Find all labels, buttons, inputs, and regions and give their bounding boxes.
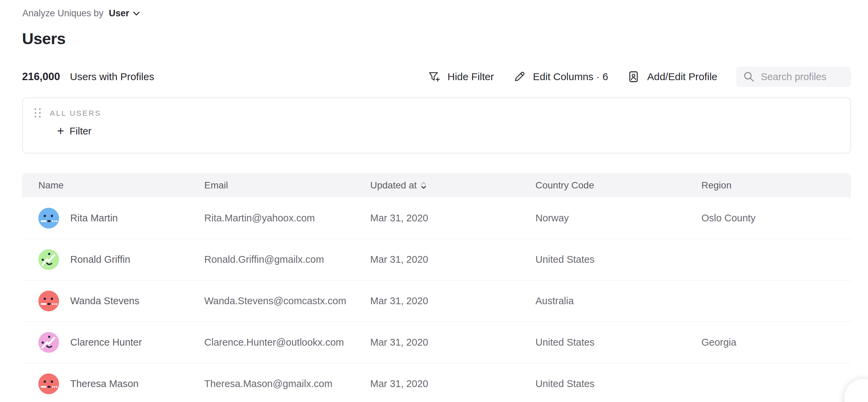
user-region: Georgia	[701, 337, 851, 348]
search-box[interactable]	[736, 67, 851, 87]
column-header-name[interactable]: Name	[22, 180, 204, 191]
name-cell: Theresa Mason	[22, 373, 204, 394]
analyze-uniques-value: User	[109, 8, 129, 19]
add-edit-profile-button[interactable]: Add/Edit Profile	[627, 70, 717, 83]
user-country: United States	[535, 254, 701, 265]
user-email: Clarence.Hunter@outlookx.com	[204, 337, 370, 348]
user-avatar-icon	[38, 249, 59, 270]
name-cell: Rita Martin	[22, 208, 204, 229]
user-email: Rita.Martin@yahoox.com	[204, 213, 370, 224]
profiles-count: 216,000	[22, 71, 60, 83]
search-icon	[743, 71, 755, 83]
user-email: Theresa.Mason@gmailx.com	[204, 378, 370, 389]
column-header-updated-at[interactable]: Updated at	[370, 180, 535, 191]
user-name: Theresa Mason	[70, 378, 139, 389]
plus-icon: +	[57, 125, 64, 137]
name-cell: Wanda Stevens	[22, 291, 204, 311]
drag-handle-icon[interactable]	[35, 108, 41, 118]
user-country: United States	[535, 337, 701, 348]
page-title: Users	[22, 29, 65, 48]
funnel-plus-icon	[428, 70, 440, 83]
table-row[interactable]: Rita Martin Rita.Martin@yahoox.com Mar 3…	[22, 197, 851, 239]
user-updated-at: Mar 31, 2020	[370, 254, 535, 265]
chevron-down-icon	[133, 11, 140, 16]
user-avatar-icon	[38, 373, 59, 394]
add-filter-label: Filter	[70, 126, 91, 137]
add-filter-button[interactable]: + Filter	[57, 125, 91, 137]
table-row[interactable]: Theresa Mason Theresa.Mason@gmailx.com M…	[22, 363, 851, 402]
sort-icon[interactable]	[421, 182, 427, 189]
edit-columns-label: Edit Columns · 6	[533, 71, 608, 83]
user-name: Clarence Hunter	[70, 337, 142, 348]
toolbar: Hide Filter Edit Columns · 6 Add/Edit Pr…	[428, 67, 851, 87]
name-cell: Clarence Hunter	[22, 332, 204, 353]
table-body: Rita Martin Rita.Martin@yahoox.com Mar 3…	[22, 197, 851, 402]
analyze-uniques-row: Analyze Uniques by User	[22, 8, 140, 19]
search-profiles-input[interactable]	[761, 71, 844, 83]
user-name: Wanda Stevens	[70, 295, 139, 307]
user-email: Wanda.Stevens@comcastx.com	[204, 295, 370, 307]
column-header-region[interactable]: Region	[701, 180, 851, 191]
users-table: Name Email Updated at Country Code Regio…	[22, 173, 851, 402]
user-updated-at: Mar 31, 2020	[370, 295, 535, 307]
table-row[interactable]: Ronald Griffin Ronald.Griffin@gmailx.com…	[22, 239, 851, 280]
name-cell: Ronald Griffin	[22, 249, 204, 270]
add-edit-profile-label: Add/Edit Profile	[647, 71, 717, 83]
user-updated-at: Mar 31, 2020	[370, 213, 535, 224]
users-page: Analyze Uniques by User Users 216,000 Us…	[0, 0, 868, 402]
user-name: Ronald Griffin	[70, 254, 130, 265]
user-avatar-icon	[38, 291, 59, 311]
user-country: Norway	[535, 213, 701, 224]
hide-filter-label: Hide Filter	[448, 71, 494, 83]
table-row[interactable]: Wanda Stevens Wanda.Stevens@comcastx.com…	[22, 280, 851, 322]
filter-group-label: ALL USERS	[50, 109, 101, 118]
user-avatar-icon	[38, 332, 59, 353]
user-name: Rita Martin	[70, 213, 118, 224]
profiles-count-label: Users with Profiles	[70, 71, 154, 83]
user-updated-at: Mar 31, 2020	[370, 337, 535, 348]
analyze-uniques-label: Analyze Uniques by	[22, 8, 103, 19]
column-header-email[interactable]: Email	[204, 180, 370, 191]
edit-columns-button[interactable]: Edit Columns · 6	[513, 70, 608, 83]
user-email: Ronald.Griffin@gmailx.com	[204, 254, 370, 265]
pencil-icon	[513, 70, 526, 83]
hide-filter-button[interactable]: Hide Filter	[428, 70, 494, 83]
user-region: Oslo County	[701, 213, 851, 224]
column-header-country-code[interactable]: Country Code	[535, 180, 701, 191]
table-header: Name Email Updated at Country Code Regio…	[22, 173, 851, 197]
user-country: United States	[535, 378, 701, 389]
user-avatar-icon	[38, 208, 59, 229]
stats-toolbar-row: 216,000 Users with Profiles Hide Filter …	[22, 67, 851, 87]
table-row[interactable]: Clarence Hunter Clarence.Hunter@outlookx…	[22, 322, 851, 363]
user-updated-at: Mar 31, 2020	[370, 378, 535, 389]
filter-panel: ALL USERS + Filter	[22, 97, 851, 153]
filter-group-row: ALL USERS	[35, 108, 850, 118]
user-country: Australia	[535, 295, 701, 307]
profile-card-icon	[627, 70, 640, 83]
analyze-uniques-dropdown[interactable]: User	[109, 8, 140, 19]
